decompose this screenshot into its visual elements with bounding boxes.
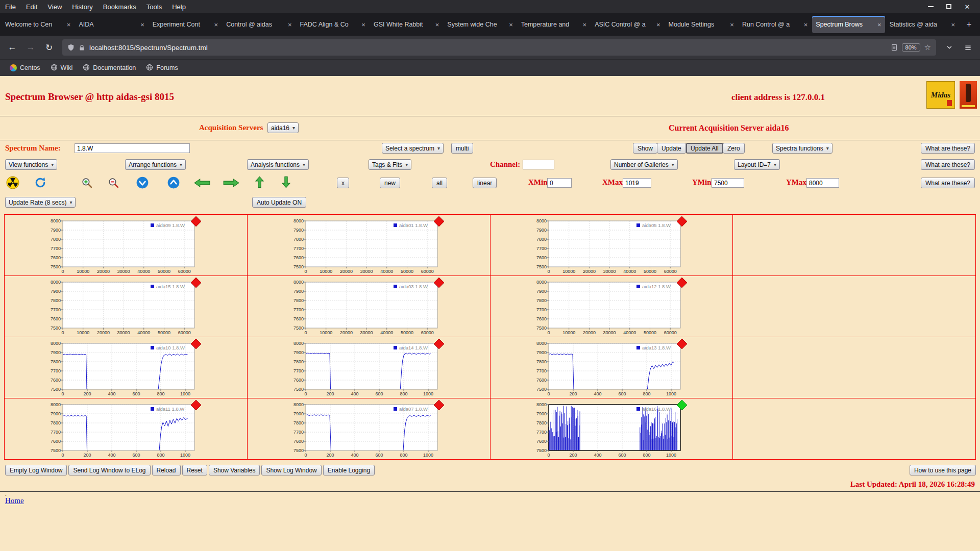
spectrum-chart-aida09[interactable]: 7500760077007800790080000100002000030000… xyxy=(40,216,212,276)
tab-gsi-white-rabbit[interactable]: GSI White Rabbit× xyxy=(370,16,443,33)
maximize-button[interactable] xyxy=(941,1,957,12)
view-functions-select[interactable]: View functions xyxy=(5,159,57,170)
spectrum-name-input[interactable] xyxy=(75,143,190,153)
menu-file[interactable]: File xyxy=(0,0,21,13)
bookmark-documentation[interactable]: Documentation xyxy=(78,62,140,74)
lock-icon[interactable] xyxy=(79,44,85,51)
tab-close-icon[interactable]: × xyxy=(951,21,955,29)
tab-close-icon[interactable]: × xyxy=(214,21,218,29)
new-tab-button[interactable]: + xyxy=(960,16,978,33)
tab-close-icon[interactable]: × xyxy=(67,21,71,29)
tab-close-icon[interactable]: × xyxy=(730,21,734,29)
spectrum-chart-aida11[interactable]: 7500760077007800790080000200400600800100… xyxy=(40,399,212,460)
update-rate-select[interactable]: Update Rate (8 secs) xyxy=(5,197,76,208)
tab-welcome-to-cen[interactable]: Welcome to Cen× xyxy=(2,16,74,33)
refresh-icon[interactable] xyxy=(34,176,47,189)
footer-send-log-window-to-elog-button[interactable]: Send Log Window to ELog xyxy=(68,465,150,475)
home-link[interactable]: Home xyxy=(5,496,24,505)
spectrum-chart-aida03[interactable]: 7500760077007800790080000100002000030000… xyxy=(283,277,455,337)
menu-bookmarks[interactable]: Bookmarks xyxy=(98,0,141,13)
zoom-in-icon[interactable] xyxy=(81,177,93,189)
spectrum-chart-aida10[interactable]: 7500760077007800790080000200400600800100… xyxy=(40,338,212,398)
xmax-input[interactable] xyxy=(623,178,651,188)
tab-control-aidas[interactable]: Control @ aidas× xyxy=(223,16,295,33)
reload-button[interactable]: ↻ xyxy=(41,39,57,56)
bookmark-star-icon[interactable]: ☆ xyxy=(924,43,931,52)
minimize-button[interactable] xyxy=(923,1,938,12)
show-button[interactable]: Show xyxy=(633,143,657,154)
spectrum-chart-aida16[interactable]: 7500760077007800790080000200400600800100… xyxy=(526,399,698,460)
menu-history[interactable]: History xyxy=(67,0,97,13)
radioactive-icon[interactable] xyxy=(6,176,19,189)
acquisition-server-select[interactable]: aida16 xyxy=(267,122,299,133)
what-are-these-button-2[interactable]: What are these? xyxy=(921,159,975,170)
menu-view[interactable]: View xyxy=(42,0,67,13)
tab-close-icon[interactable]: × xyxy=(361,21,365,29)
linear-button[interactable]: linear xyxy=(473,178,497,188)
reader-mode-icon[interactable] xyxy=(891,44,898,51)
move-right-icon[interactable] xyxy=(223,179,239,187)
tab-fadc-align-co[interactable]: FADC Align & Co× xyxy=(297,16,369,33)
new-button[interactable]: new xyxy=(380,178,400,188)
tab-asic-control-a[interactable]: ASIC Control @ a× xyxy=(591,16,664,33)
url-text[interactable]: localhost:8015/Spectrum/Spectrum.tml xyxy=(89,44,887,52)
spectrum-chart-aida13[interactable]: 7500760077007800790080000200400600800100… xyxy=(526,338,698,398)
footer-reset-button[interactable]: Reset xyxy=(182,465,207,475)
tab-temperature-and[interactable]: Temperature and× xyxy=(518,16,590,33)
tab-statistics-aida[interactable]: Statistics @ aida× xyxy=(886,16,959,33)
update-button[interactable]: Update xyxy=(657,143,686,154)
tab-close-icon[interactable]: × xyxy=(509,21,513,29)
arrange-functions-select[interactable]: Arrange functions xyxy=(125,159,186,170)
tab-module-settings[interactable]: Module Settings× xyxy=(665,16,738,33)
spectrum-chart-aida14[interactable]: 7500760077007800790080000200400600800100… xyxy=(283,338,455,398)
ymin-input[interactable] xyxy=(712,178,744,188)
tab-run-control-a[interactable]: Run Control @ a× xyxy=(739,16,811,33)
tab-close-icon[interactable]: × xyxy=(140,21,144,29)
back-button[interactable]: ← xyxy=(4,39,20,56)
what-are-these-button-1[interactable]: What are these? xyxy=(921,143,975,154)
how-to-use-button[interactable]: How to use this page xyxy=(910,465,976,475)
what-are-these-button-3[interactable]: What are these? xyxy=(921,178,975,188)
tab-close-icon[interactable]: × xyxy=(804,21,808,29)
spectrum-chart-aida15[interactable]: 7500760077007800790080000100002000030000… xyxy=(40,277,212,337)
forward-button[interactable]: → xyxy=(22,39,39,56)
tab-aida[interactable]: AIDA× xyxy=(75,16,148,33)
tab-close-icon[interactable]: × xyxy=(877,21,881,29)
tab-close-icon[interactable]: × xyxy=(288,21,292,29)
zoom-indicator[interactable]: 80% xyxy=(902,43,920,52)
scroll-down-icon[interactable] xyxy=(136,176,149,189)
number-of-galleries-select[interactable]: Number of Galleries xyxy=(610,159,678,170)
select-a-spectrum-select[interactable]: Select a spectrum xyxy=(382,143,444,154)
bookmark-wiki[interactable]: Wiki xyxy=(46,62,78,74)
tags-fits-select[interactable]: Tags & Fits xyxy=(369,159,411,170)
move-down-icon[interactable] xyxy=(282,176,290,188)
menu-help[interactable]: Help xyxy=(167,0,191,13)
xmin-input[interactable] xyxy=(547,178,572,188)
close-button[interactable]: ✕ xyxy=(960,1,975,12)
url-bar[interactable]: localhost:8015/Spectrum/Spectrum.tml 80%… xyxy=(62,39,936,56)
move-left-icon[interactable] xyxy=(194,179,210,187)
tab-experiment-cont[interactable]: Experiment Cont× xyxy=(149,16,222,33)
tab-close-icon[interactable]: × xyxy=(656,21,660,29)
footer-empty-log-window-button[interactable]: Empty Log Window xyxy=(5,465,67,475)
ymax-input[interactable] xyxy=(806,178,839,188)
footer-reload-button[interactable]: Reload xyxy=(152,465,181,475)
tab-system-wide-che[interactable]: System wide Che× xyxy=(444,16,516,33)
bookmark-forums[interactable]: Forums xyxy=(141,62,182,74)
spectrum-chart-aida05[interactable]: 7500760077007800790080000100002000030000… xyxy=(526,216,698,276)
zero-button[interactable]: Zero xyxy=(723,143,745,154)
bookmark-centos[interactable]: Centos xyxy=(5,62,45,74)
footer-enable-logging-button[interactable]: Enable Logging xyxy=(323,465,375,475)
spectrum-chart-aida07[interactable]: 7500760077007800790080000200400600800100… xyxy=(283,399,455,460)
spectra-functions-select[interactable]: Spectra functions xyxy=(772,143,832,154)
move-up-icon[interactable] xyxy=(255,176,264,188)
tab-close-icon[interactable]: × xyxy=(435,21,439,29)
layout-id-select[interactable]: Layout ID=7 xyxy=(734,159,780,170)
overflow-chevron-icon[interactable] xyxy=(941,39,958,56)
footer-show-log-window-button[interactable]: Show Log Window xyxy=(261,465,321,475)
menu-edit[interactable]: Edit xyxy=(21,0,42,13)
analysis-functions-select[interactable]: Analysis functions xyxy=(247,159,309,170)
footer-show-variables-button[interactable]: Show Variables xyxy=(209,465,260,475)
hamburger-menu-icon[interactable] xyxy=(960,39,976,56)
x-button[interactable]: x xyxy=(337,178,349,188)
